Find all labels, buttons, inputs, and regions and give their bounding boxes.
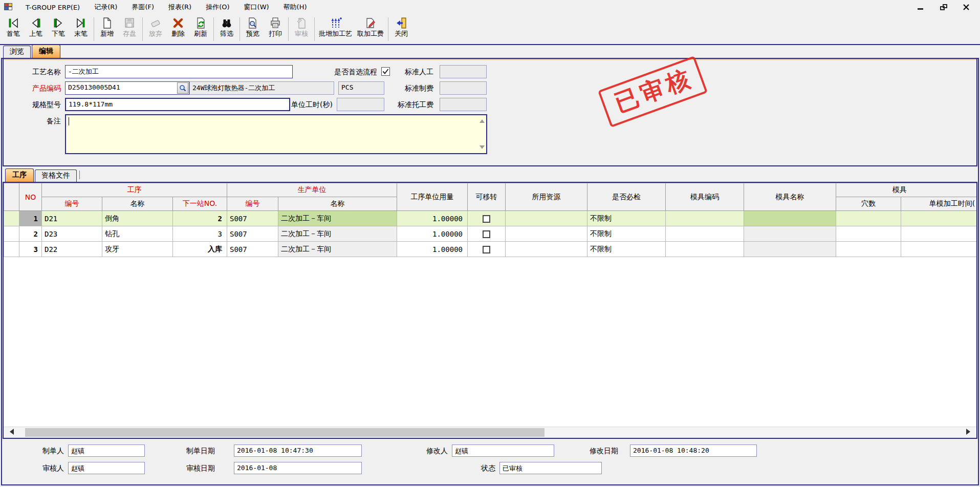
exit-door-icon — [395, 17, 407, 29]
cell-transferable[interactable] — [468, 211, 506, 226]
cell-process-name[interactable]: 钻孔 — [102, 226, 173, 242]
minimize-icon[interactable] — [918, 4, 925, 10]
product-code-label: 产品编码 — [4, 81, 61, 95]
col-header-resource: 所用资源 — [506, 183, 587, 211]
cell-unit-name[interactable]: 二次加工－车间 — [278, 211, 397, 226]
col-header-mold-name: 模具名称 — [744, 183, 836, 211]
audit-button[interactable]: 审核 — [290, 16, 313, 39]
cell-unit-name[interactable]: 二次加工－车间 — [278, 242, 397, 257]
cell-next-station[interactable]: 2 — [173, 211, 227, 226]
first-record-button[interactable]: 首笔 — [2, 16, 25, 39]
product-lookup-button[interactable] — [177, 82, 188, 94]
row-indicator[interactable] — [4, 211, 19, 226]
cell-next-station[interactable]: 入库 — [173, 242, 227, 257]
cell-unit-code[interactable]: S007 — [227, 226, 278, 242]
cell-must-check[interactable]: 不限制 — [587, 242, 666, 257]
tab-browse[interactable]: 浏览 — [3, 46, 31, 58]
preview-button[interactable]: 预览 — [242, 16, 264, 39]
scroll-right-icon[interactable] — [966, 429, 970, 435]
batch-add-process-button[interactable]: 批增加工艺 — [316, 16, 355, 39]
get-processing-fee-button[interactable]: 取加工费 — [355, 16, 386, 39]
cell-unit-name[interactable]: 二次加工－车间 — [278, 226, 397, 242]
scroll-up-icon[interactable] — [480, 119, 485, 123]
cell-single-time[interactable] — [901, 226, 976, 242]
menu-item-erp[interactable]: T-GROUP ERP(E) — [18, 2, 87, 13]
cell-no[interactable]: 2 — [19, 226, 42, 242]
delete-button[interactable]: 删除 — [167, 16, 189, 39]
cell-no[interactable]: 1 — [19, 211, 42, 226]
transferable-checkbox[interactable] — [483, 230, 490, 238]
std-labor-input[interactable] — [440, 65, 487, 78]
new-button[interactable]: 新增 — [96, 16, 118, 39]
restore-icon[interactable] — [940, 4, 947, 10]
cell-process-name[interactable]: 攻牙 — [102, 242, 173, 257]
cell-resource[interactable] — [506, 211, 587, 226]
cell-process-code[interactable]: D22 — [42, 242, 102, 257]
close-icon[interactable] — [963, 4, 970, 10]
product-code-input[interactable]: D250130005D41 — [65, 81, 189, 95]
std-outsource-fee-input[interactable] — [440, 98, 487, 111]
tab-edit[interactable]: 编辑 — [32, 45, 60, 58]
cell-cavity[interactable] — [836, 226, 901, 242]
cell-transferable[interactable] — [468, 226, 506, 242]
cell-usage[interactable]: 1.00000 — [397, 226, 468, 242]
cell-next-station[interactable]: 3 — [173, 226, 227, 242]
prev-record-button[interactable]: 上笔 — [25, 16, 47, 39]
cell-single-time[interactable] — [901, 242, 976, 257]
group-header-unit: 生产单位 — [227, 183, 397, 197]
auditor-field: 赵镇 — [68, 462, 145, 474]
menu-item-window[interactable]: 窗口(W) — [237, 1, 276, 14]
scroll-down-icon[interactable] — [480, 145, 485, 149]
last-record-button[interactable]: 末笔 — [70, 16, 92, 39]
transferable-checkbox[interactable] — [483, 246, 490, 253]
cell-process-code[interactable]: D21 — [42, 211, 102, 226]
scrollbar-thumb[interactable] — [25, 428, 545, 437]
cell-process-code[interactable]: D23 — [42, 226, 102, 242]
menu-item-help[interactable]: 帮助(H) — [276, 1, 314, 14]
cell-unit-code[interactable]: S007 — [227, 211, 278, 226]
save-button[interactable]: 存盘 — [118, 16, 141, 39]
menu-item-interface[interactable]: 界面(F) — [124, 1, 161, 14]
tab-process-steps[interactable]: 工序 — [5, 168, 34, 182]
cell-mold-name[interactable] — [744, 242, 836, 257]
cell-mold-code[interactable] — [666, 242, 744, 257]
menu-item-record[interactable]: 记录(R) — [87, 1, 124, 14]
close-form-button[interactable]: 关闭 — [390, 16, 412, 39]
cell-cavity[interactable] — [836, 242, 901, 257]
cell-mold-code[interactable] — [666, 226, 744, 242]
menu-item-report[interactable]: 报表(R) — [161, 1, 199, 14]
print-button[interactable]: 打印 — [264, 16, 287, 39]
cell-usage[interactable]: 1.00000 — [397, 211, 468, 226]
std-mfg-fee-input[interactable] — [440, 81, 487, 95]
row-indicator[interactable] — [4, 226, 19, 242]
cell-no[interactable]: 3 — [19, 242, 42, 257]
cell-cavity[interactable] — [836, 211, 901, 226]
discard-button[interactable]: 放弃 — [144, 16, 167, 39]
cell-mold-name[interactable] — [744, 211, 836, 226]
cell-single-time[interactable] — [901, 211, 976, 226]
cell-mold-code[interactable] — [666, 211, 744, 226]
filter-button[interactable]: 筛选 — [215, 16, 238, 39]
remark-textarea[interactable] — [65, 114, 487, 154]
cell-must-check[interactable]: 不限制 — [587, 226, 666, 242]
process-name-input[interactable]: -二次加工 — [65, 65, 293, 78]
tab-qualification-docs[interactable]: 资格文件 — [35, 170, 77, 182]
scroll-left-icon[interactable] — [10, 429, 14, 435]
cell-mold-name[interactable] — [744, 226, 836, 242]
transferable-checkbox[interactable] — [483, 215, 490, 223]
horizontal-scrollbar[interactable] — [4, 427, 976, 438]
cell-unit-code[interactable]: S007 — [227, 242, 278, 257]
toolbar-separator — [314, 17, 315, 41]
toolbar-separator — [388, 17, 388, 41]
cell-resource[interactable] — [506, 226, 587, 242]
next-record-button[interactable]: 下笔 — [47, 16, 70, 39]
cell-usage[interactable]: 1.00000 — [397, 242, 468, 257]
refresh-button[interactable]: 刷新 — [189, 16, 212, 39]
menu-item-operation[interactable]: 操作(O) — [199, 1, 236, 14]
cell-resource[interactable] — [506, 242, 587, 257]
row-indicator[interactable] — [4, 242, 19, 257]
cell-must-check[interactable]: 不限制 — [587, 211, 666, 226]
spec-model-input[interactable]: 119.8*117mm — [65, 98, 290, 111]
cell-process-name[interactable]: 倒角 — [102, 211, 173, 226]
cell-transferable[interactable] — [468, 242, 506, 257]
